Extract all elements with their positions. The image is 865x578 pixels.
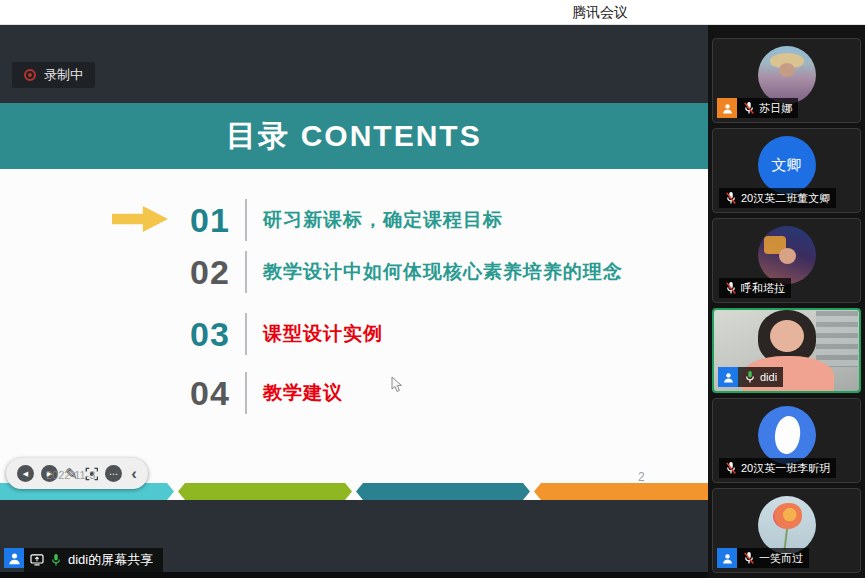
current-item-arrow-icon: [112, 206, 168, 232]
toc-item-text: 教学建议: [263, 380, 343, 406]
participant-name: 20汉英一班李昕玥: [741, 461, 830, 476]
mic-muted-icon: [743, 101, 755, 115]
participant-name: 呼和塔拉: [741, 281, 785, 296]
toc-item-1: 01 研习新课标，确定课程目标: [185, 198, 503, 242]
toc-item-4: 04 教学建议: [185, 371, 343, 415]
participant-tile[interactable]: 苏日娜: [712, 38, 861, 123]
footer-bar-teal: [356, 483, 530, 500]
toc-item-text: 教学设计中如何体现核心素养培养的理念: [263, 259, 623, 285]
toc-item-number: 04: [185, 374, 235, 413]
avatar: [758, 46, 816, 104]
mic-muted-icon: [743, 551, 755, 565]
recording-indicator[interactable]: 录制中: [12, 62, 95, 88]
slide-header: 目录 CONTENTS: [0, 103, 708, 169]
participant-name: 一笑而过: [759, 551, 803, 566]
laser-pointer-icon[interactable]: [85, 466, 99, 482]
mic-muted-icon: [725, 191, 737, 205]
nameplate: 20汉英一班李昕玥: [719, 458, 836, 478]
mic-on-icon: [50, 553, 62, 567]
slide-title: 目录 CONTENTS: [226, 116, 481, 157]
footer-bar-orange: [534, 483, 708, 500]
window-title: 腾讯会议: [572, 4, 628, 22]
participant-name: didi: [760, 371, 777, 383]
record-icon: [24, 69, 36, 81]
screen-share-plate: didi的屏幕共享: [24, 548, 163, 572]
avatar: [758, 226, 816, 284]
participants-sidebar[interactable]: 苏日娜 文卿 20汉英二班董文卿: [708, 25, 865, 578]
recording-label: 录制中: [44, 66, 83, 84]
nameplate: 苏日娜: [717, 98, 798, 118]
collapse-toolbar-icon[interactable]: ‹: [131, 465, 137, 482]
nameplate: 呼和塔拉: [719, 278, 791, 298]
participant-name: 20汉英二班董文卿: [741, 191, 830, 206]
participant-tile-active-speaker[interactable]: didi: [712, 308, 861, 393]
avatar: [758, 406, 816, 464]
next-slide-button[interactable]: ▶: [41, 465, 58, 482]
mic-muted-icon: [725, 461, 737, 475]
footer-bar-green: [178, 483, 352, 500]
titlebar: 腾讯会议: [0, 0, 865, 25]
divider: [245, 313, 247, 355]
host-person-icon: [717, 98, 737, 118]
mic-muted-icon: [725, 281, 737, 295]
screen-share-status: didi的屏幕共享: [4, 548, 163, 572]
toc-item-text: 课型设计实例: [263, 321, 383, 347]
meeting-window: 腾讯会议 录制中 目录 CONTENTS 01 研习新课标，确定课程目标 02 …: [0, 0, 865, 578]
nameplate: didi: [718, 367, 783, 387]
avatar-initials: 文卿: [772, 156, 802, 175]
avatar: [758, 496, 816, 554]
divider: [245, 251, 247, 293]
presentation-slide: 目录 CONTENTS 01 研习新课标，确定课程目标 02 教学设计中如何体现…: [0, 103, 708, 500]
toc-item-3: 03 课型设计实例: [185, 312, 383, 356]
divider: [245, 199, 247, 241]
toc-item-number: 02: [185, 253, 235, 292]
toc-item-text: 研习新课标，确定课程目标: [263, 207, 503, 233]
person-icon: [717, 548, 737, 568]
presenter-avatar-icon: [4, 548, 24, 568]
more-options-button[interactable]: ⋯: [105, 465, 122, 482]
video-background: [816, 311, 858, 367]
previous-slide-button[interactable]: ◀: [17, 465, 34, 482]
participant-tile[interactable]: 一笑而过: [712, 488, 861, 573]
participant-tile[interactable]: 呼和塔拉: [712, 218, 861, 303]
bottom-strip: [0, 572, 708, 578]
avatar: 文卿: [758, 136, 816, 194]
participant-name: 苏日娜: [759, 101, 792, 116]
participant-tile[interactable]: 文卿 20汉英二班董文卿: [712, 128, 861, 213]
nameplate: 20汉英二班董文卿: [719, 188, 836, 208]
toc-item-number: 01: [185, 201, 235, 240]
presenter-person-icon: [718, 367, 738, 387]
divider: [245, 372, 247, 414]
slide-page-number: 2: [638, 470, 645, 484]
mouse-cursor: [390, 376, 404, 394]
screen-share-region: 录制中 目录 CONTENTS 01 研习新课标，确定课程目标 02 教学设计中…: [0, 25, 708, 578]
nameplate: 一笑而过: [717, 548, 809, 568]
pen-icon[interactable]: ✎: [65, 465, 78, 483]
annotation-toolbar: ◀ ▶ ✎ ⋯ ‹ 2022-11-3: [6, 458, 148, 489]
participant-tile[interactable]: 20汉英一班李昕玥: [712, 398, 861, 483]
screen-share-icon: [30, 554, 44, 566]
toc-item-2: 02 教学设计中如何体现核心素养培养的理念: [185, 250, 623, 294]
mic-on-icon: [744, 370, 756, 384]
screen-share-label: didi的屏幕共享: [68, 551, 153, 569]
toc-item-number: 03: [185, 315, 235, 354]
